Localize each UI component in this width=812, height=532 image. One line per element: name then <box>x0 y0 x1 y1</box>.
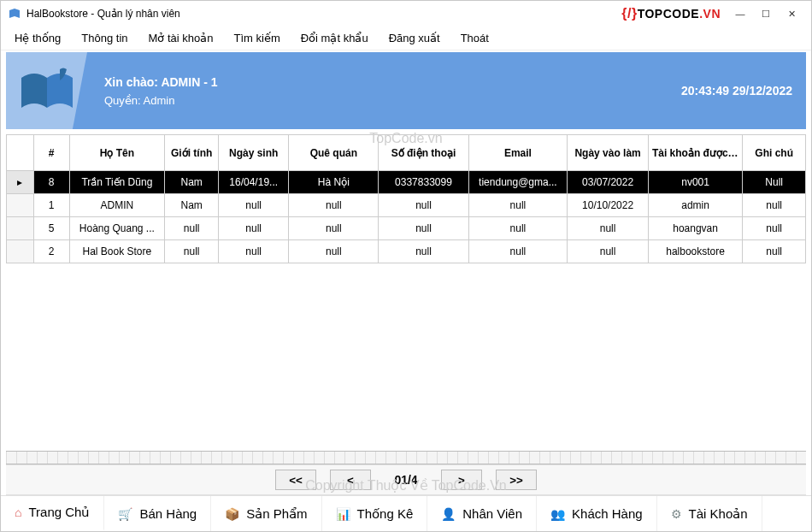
banner: Xin chào: ADMIN - 1 Quyền: Admin 20:43:4… <box>6 52 806 129</box>
table-cell[interactable]: Nam <box>165 171 219 194</box>
tab-label: Bán Hàng <box>139 506 197 521</box>
tab-icon: 📊 <box>336 507 350 521</box>
row-selector[interactable] <box>7 240 34 263</box>
employee-table[interactable]: #Họ TênGiới tínhNgày sinhQuê quánSố điện… <box>6 134 806 263</box>
table-cell[interactable]: null <box>219 217 289 240</box>
tab-Nhân Viên[interactable]: 👤Nhân Viên <box>427 496 537 531</box>
tab-label: Trang Chủ <box>28 505 90 520</box>
menu-item-2[interactable]: Mở tài khoản <box>138 28 224 48</box>
table-cell[interactable]: halbookstore <box>648 240 742 263</box>
table-cell[interactable]: 03/07/2022 <box>568 171 649 194</box>
table-cell[interactable]: Hal Book Store <box>69 240 164 263</box>
table-cell[interactable]: null <box>379 240 468 263</box>
table-header[interactable]: Số điện thoại <box>379 135 468 171</box>
tab-Tài Khoản[interactable]: ⚙Tài Khoản <box>657 496 762 531</box>
minimize-button[interactable]: — <box>727 5 753 22</box>
horizontal-scrollbar[interactable] <box>6 451 806 464</box>
tab-icon: ⚙ <box>671 507 682 521</box>
menu-item-3[interactable]: Tìm kiếm <box>224 28 291 48</box>
table-header[interactable]: Email <box>468 135 568 171</box>
app-window: HalBookstore - Quản lý nhân viên {/} TOP… <box>0 0 812 532</box>
table-row[interactable]: 5Hoàng Quang ...nullnullnullnullnullnull… <box>7 217 806 240</box>
row-selector[interactable] <box>7 217 34 240</box>
table-cell[interactable]: null <box>165 217 219 240</box>
table-cell[interactable]: 10/10/2022 <box>568 194 649 217</box>
pager-first-button[interactable]: << <box>275 470 316 490</box>
table-header[interactable]: Giới tính <box>165 135 219 171</box>
table-row[interactable]: 2Hal Book Storenullnullnullnullnullnullh… <box>7 240 806 263</box>
table-cell[interactable]: 0337833099 <box>379 171 468 194</box>
table-cell[interactable]: null <box>468 217 568 240</box>
table-cell[interactable]: null <box>219 240 289 263</box>
table-cell[interactable]: null <box>743 217 806 240</box>
table-cell[interactable]: null <box>468 240 568 263</box>
table-cell[interactable]: null <box>219 194 289 217</box>
table-cell[interactable]: 16/04/19... <box>219 171 289 194</box>
table-header[interactable]: Ghi chú <box>743 135 806 171</box>
table-header[interactable]: # <box>33 135 69 171</box>
table-cell[interactable]: admin <box>648 194 742 217</box>
table-cell[interactable]: null <box>289 217 379 240</box>
table-cell[interactable]: null <box>468 194 568 217</box>
pager: << < 01/4 > >> <box>6 464 806 495</box>
app-icon <box>8 7 21 21</box>
table-cell[interactable]: Trần Tiến Dũng <box>69 171 164 194</box>
table-header[interactable]: Quê quán <box>289 135 379 171</box>
table-cell[interactable]: tiendung@gma... <box>468 171 568 194</box>
topcode-logo: {/} TOPCODE.VN <box>621 6 721 21</box>
tab-Thống Kê[interactable]: 📊Thống Kê <box>322 496 428 531</box>
row-selector[interactable] <box>7 194 34 217</box>
table-header[interactable]: Ngày vào làm <box>568 135 649 171</box>
table-cell[interactable]: Hà Nội <box>289 171 379 194</box>
table-cell[interactable]: 2 <box>33 240 69 263</box>
pager-next-button[interactable]: > <box>441 470 482 490</box>
table-cell[interactable]: null <box>289 194 379 217</box>
table-header[interactable]: Ngày sinh <box>219 135 289 171</box>
table-row[interactable]: 1ADMINNamnullnullnullnull10/10/2022admin… <box>7 194 806 217</box>
role-label: Quyền: Admin <box>104 94 681 107</box>
menu-item-0[interactable]: Hệ thống <box>4 28 71 48</box>
table-cell[interactable]: null <box>379 217 468 240</box>
table-cell[interactable]: nv001 <box>648 171 742 194</box>
table-cell[interactable]: 1 <box>33 194 69 217</box>
menu-item-6[interactable]: Thoát <box>450 28 499 48</box>
table-cell[interactable]: null <box>568 217 649 240</box>
tab-icon: 👥 <box>550 507 565 521</box>
table-cell[interactable]: null <box>165 240 219 263</box>
table-cell[interactable]: hoangvan <box>648 217 742 240</box>
table-cell[interactable]: null <box>568 240 649 263</box>
tab-Sản Phẩm[interactable]: 📦Sản Phẩm <box>211 496 321 531</box>
pager-last-button[interactable]: >> <box>496 470 537 490</box>
tab-icon: 📦 <box>225 507 239 521</box>
tab-Trang Chủ[interactable]: ⌂Trang Chủ <box>1 496 104 531</box>
window-controls: — ☐ ✕ <box>727 5 804 22</box>
table-header[interactable]: Tài khoản được cấp <box>648 135 742 171</box>
menu-item-1[interactable]: Thông tin <box>71 28 138 48</box>
content-area: TopCode.vn #Họ TênGiới tínhNgày sinhQuê … <box>1 131 811 447</box>
table-cell[interactable]: null <box>743 240 806 263</box>
close-button[interactable]: ✕ <box>779 5 804 22</box>
maximize-button[interactable]: ☐ <box>753 5 779 22</box>
table-cell[interactable]: Nam <box>165 194 219 217</box>
table-cell[interactable]: Null <box>743 171 806 194</box>
table-cell[interactable]: null <box>379 194 468 217</box>
bottom-tabs: ⌂Trang Chủ🛒Bán Hàng📦Sản Phẩm📊Thống Kê👤Nh… <box>1 495 811 531</box>
table-cell[interactable]: 5 <box>33 217 69 240</box>
greeting-label: Xin chào: ADMIN - 1 <box>104 75 681 89</box>
table-cell[interactable]: null <box>289 240 379 263</box>
table-cell[interactable]: Hoàng Quang ... <box>69 217 164 240</box>
pager-label: 01/4 <box>385 473 427 487</box>
datetime-label: 20:43:49 29/12/2022 <box>681 84 792 98</box>
menu-item-4[interactable]: Đổi mật khẩu <box>291 28 379 48</box>
table-cell[interactable]: ADMIN <box>69 194 164 217</box>
table-header[interactable]: Họ Tên <box>69 135 164 171</box>
table-cell[interactable]: null <box>743 194 806 217</box>
table-cell[interactable]: 8 <box>33 171 69 194</box>
tab-Bán Hàng[interactable]: 🛒Bán Hàng <box>104 496 211 531</box>
row-selector[interactable]: ▸ <box>7 171 34 194</box>
pager-prev-button[interactable]: < <box>330 470 371 490</box>
table-row[interactable]: ▸8Trần Tiến DũngNam16/04/19...Hà Nội0337… <box>7 171 806 194</box>
menu-item-5[interactable]: Đăng xuất <box>379 28 450 48</box>
tab-Khách Hàng[interactable]: 👥Khách Hàng <box>537 496 657 531</box>
table-header[interactable] <box>7 135 34 171</box>
